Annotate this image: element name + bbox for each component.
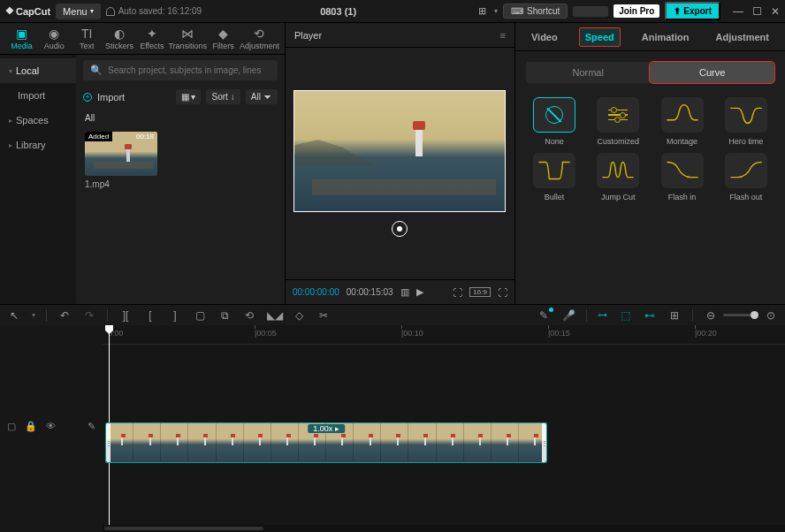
redo-button[interactable]: ↷ <box>82 309 96 322</box>
timeline-clip[interactable]: 1.00x ▸ <box>105 422 547 463</box>
search-icon: 🔍 <box>90 65 103 76</box>
link-icon[interactable]: ⊷ <box>643 309 657 322</box>
section-all: All <box>85 113 276 123</box>
tool-tab-transitions[interactable]: ⋈Transitions <box>168 25 207 52</box>
preset-montage[interactable]: Montage <box>653 97 710 146</box>
ratio-icon[interactable]: 16:9 <box>469 287 491 297</box>
window-maximize[interactable]: ☐ <box>752 5 762 18</box>
import-label[interactable]: + Import <box>83 92 125 103</box>
subtab-curve[interactable]: Curve <box>650 62 774 83</box>
media-thumb[interactable]: Added00:181.mp4 <box>85 132 157 189</box>
player-title: Player <box>294 30 322 41</box>
trim-left-tool[interactable]: [ <box>143 309 157 322</box>
clip-handle-right[interactable] <box>542 423 546 462</box>
clip-speed-label: 1.00x ▸ <box>308 424 345 433</box>
window-minimize[interactable]: — <box>733 5 743 18</box>
auto-caption-tool[interactable]: ✎ <box>537 309 551 322</box>
window-close[interactable]: ✕ <box>771 5 780 18</box>
subtab-normal[interactable]: Normal <box>526 62 651 83</box>
preset-hero-time[interactable]: Hero time <box>718 97 774 146</box>
select-tool[interactable]: ↖ <box>7 309 21 322</box>
zoom-out[interactable]: ⊖ <box>704 309 718 322</box>
side-item-library[interactable]: ▸ Library <box>0 133 76 157</box>
timecode-current: 00:00:00:00 <box>293 287 339 297</box>
ruler-tick: |00:15 <box>548 329 570 338</box>
join-pro-button[interactable]: Join Pro <box>614 4 659 18</box>
mirror-tool[interactable]: ◣◢ <box>267 309 281 322</box>
sort-button[interactable]: Sort ↓ <box>206 89 240 104</box>
reverse-tool[interactable]: ⟲ <box>242 309 256 322</box>
project-title: 0803 (1) <box>207 6 469 17</box>
fullscreen-icon[interactable]: ⛶ <box>498 287 507 298</box>
tool-tab-adjustment[interactable]: ⟲Adjustment <box>240 25 279 52</box>
record-icon[interactable] <box>392 221 408 237</box>
mic-icon[interactable]: 🎤 <box>561 309 575 322</box>
crop-tool[interactable]: ✂ <box>316 309 331 322</box>
timecode-total: 00:00:15:03 <box>347 287 393 297</box>
clip-handle-left[interactable] <box>106 423 111 462</box>
copy-tool[interactable]: ⧉ <box>217 309 232 322</box>
eye-icon[interactable]: 👁 <box>46 421 56 432</box>
zoom-fit[interactable]: ⊙ <box>764 309 778 322</box>
ruler-tick: |00:05 <box>255 329 277 338</box>
split-tool[interactable]: ]​[ <box>118 309 133 322</box>
tool-tab-text[interactable]: TIText <box>71 25 103 52</box>
video-preview[interactable] <box>293 90 506 212</box>
view-mode[interactable]: ▦ ▾ <box>176 89 202 104</box>
preset-flash-out[interactable]: Flash out <box>718 153 774 201</box>
side-item-local[interactable]: ▾ Local <box>0 58 76 83</box>
layout-icon[interactable]: ⊞ <box>475 4 489 19</box>
rotate-tool[interactable]: ◇ <box>292 309 306 322</box>
tool-tab-stickers[interactable]: ◐Stickers <box>103 25 136 52</box>
magnet-toggle[interactable]: ⊶ <box>598 309 607 321</box>
app-logo: ❖ CapCut <box>5 5 50 17</box>
tool-tab-media[interactable]: ▣Media <box>5 25 38 52</box>
preset-bullet[interactable]: Bullet <box>526 153 583 201</box>
ruler-tick: |00:10 <box>401 329 423 338</box>
tool-tab-filters[interactable]: ◆Filters <box>207 25 240 52</box>
rtab-adjustment[interactable]: Adjustment <box>711 28 775 46</box>
shortcut-button[interactable]: ⌨ Shortcut <box>503 4 568 19</box>
ruler-tick: |00:20 <box>695 329 717 338</box>
undo-button[interactable]: ↶ <box>57 309 72 322</box>
search-bar[interactable]: 🔍 <box>83 60 278 80</box>
rtab-video[interactable]: Video <box>526 28 563 46</box>
compare-icon[interactable]: ▥ <box>400 286 409 298</box>
cover-icon[interactable]: ▢ <box>7 421 16 432</box>
tool-tab-effects[interactable]: ✦Effects <box>136 25 169 52</box>
side-item-import[interactable]: Import <box>0 83 76 108</box>
preset-flash-in[interactable]: Flash in <box>653 153 710 201</box>
tool-tab-audio[interactable]: ◉Audio <box>38 25 71 52</box>
filter-all[interactable]: All ⏷ <box>246 89 278 104</box>
timeline-scrollbar[interactable] <box>103 525 785 532</box>
delete-tool[interactable]: ▢ <box>193 309 207 322</box>
autosave-status: Auto saved: 16:12:09 <box>106 6 202 16</box>
export-button[interactable]: ⬆ Export <box>665 2 720 20</box>
snap-icon[interactable]: ⬚ <box>618 309 632 322</box>
account-obscured <box>573 6 608 17</box>
crop-icon[interactable]: ⛶ <box>453 287 462 298</box>
preset-none[interactable]: None <box>526 97 583 146</box>
lock-icon[interactable]: 🔒 <box>25 421 37 432</box>
menu-button[interactable]: Menu ▾ <box>56 4 101 19</box>
track-icon[interactable]: ⊞ <box>667 309 682 322</box>
search-input[interactable] <box>108 65 271 75</box>
rtab-speed[interactable]: Speed <box>579 27 621 47</box>
preset-customized[interactable]: Customized <box>590 97 646 146</box>
rtab-animation[interactable]: Animation <box>636 28 695 46</box>
preset-jump-cut[interactable]: Jump Cut <box>590 153 646 201</box>
zoom-slider[interactable] <box>723 314 758 316</box>
side-item-spaces[interactable]: ▸ Spaces <box>0 108 76 133</box>
trim-right-tool[interactable]: ] <box>168 309 182 322</box>
player-menu-icon[interactable]: ≡ <box>500 30 506 41</box>
edit-track-icon[interactable]: ✎ <box>88 421 95 432</box>
play-button[interactable]: ▶ <box>416 286 423 298</box>
